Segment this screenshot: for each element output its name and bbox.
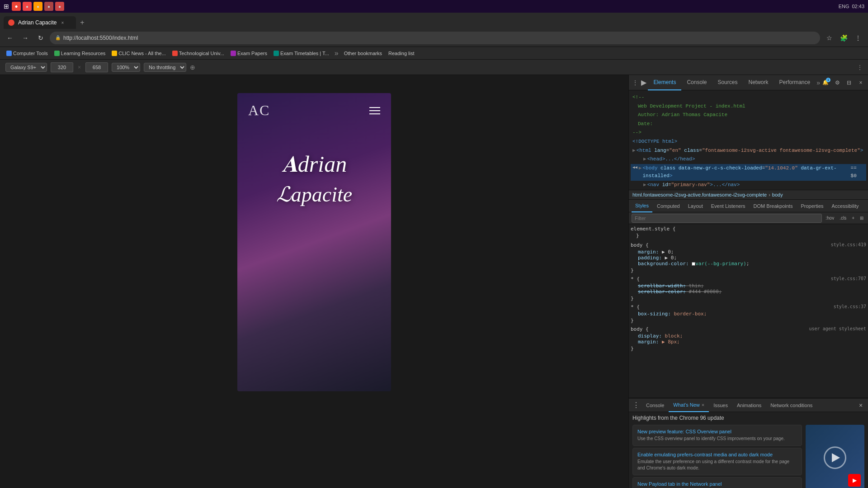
- bookmark-item[interactable]: Learning Resources: [52, 50, 108, 57]
- filter-input[interactable]: [632, 214, 822, 223]
- whats-new-close-button[interactable]: ×: [702, 402, 704, 408]
- other-bookmarks-label: Other bookmarks: [344, 51, 382, 56]
- tab-performance[interactable]: Performance: [774, 75, 816, 90]
- height-input[interactable]: 658: [85, 62, 108, 72]
- taskbar-pinned-icons: ● ● ● ● ●: [12, 2, 64, 11]
- bookmark-item[interactable]: Exam Papers: [228, 50, 270, 57]
- hero-first-name: 𝐀drian: [282, 150, 347, 178]
- html-html-tag: ▶ <html lang="en" class="fontawesome-i2s…: [631, 146, 866, 155]
- breadcrumb-body[interactable]: body: [772, 192, 783, 197]
- html-comment-author: Author: Adrian Thomas Capacite: [631, 111, 866, 120]
- active-tab[interactable]: Adrian Capacite ×: [4, 16, 76, 29]
- url-text[interactable]: http://localhost:5500/index.html: [63, 35, 138, 41]
- lock-icon: 🔒: [55, 35, 61, 40]
- taskbar-icon-chrome[interactable]: ●: [12, 2, 21, 11]
- bookmark-item[interactable]: Technological Univ...: [170, 50, 227, 57]
- taskbar-icon-4[interactable]: ●: [55, 2, 64, 11]
- devtools-tabs: ⋮ ▶ Elements Console Sources Network Per…: [629, 75, 868, 90]
- cls-filter-btn[interactable]: .cls: [838, 215, 848, 221]
- new-tab-button[interactable]: +: [76, 16, 89, 29]
- styles-tab-properties[interactable]: Properties: [797, 200, 827, 212]
- update-card-payload-tab[interactable]: New Payload tab in the Network panel A n…: [632, 477, 802, 488]
- tab-network[interactable]: Network: [743, 75, 774, 90]
- bottom-tab-issues-label: Issues: [713, 403, 728, 408]
- menu-icon[interactable]: ⋮: [852, 32, 864, 44]
- devtools-close-icon[interactable]: ×: [855, 77, 866, 88]
- html-view[interactable]: <!-- Web Development Project - index.htm…: [629, 90, 868, 190]
- phone-preview: AC 𝐀drian ℒapacite: [237, 93, 391, 391]
- styles-tab-styles[interactable]: Styles: [632, 200, 652, 212]
- styles-tab-accessibility[interactable]: Accessibility: [828, 200, 863, 212]
- hamburger-line-2: [369, 110, 380, 111]
- bookmark-star-icon[interactable]: ☆: [823, 32, 835, 44]
- html-comment-close: -->: [631, 128, 866, 137]
- devtools-dock-icon[interactable]: ⊟: [844, 77, 854, 88]
- taskbar-icon-3[interactable]: ●: [44, 2, 53, 11]
- bottom-tab-whats-new[interactable]: What's New ×: [669, 399, 709, 412]
- device-toolbar-more-icon[interactable]: ⊕: [190, 64, 195, 71]
- bottom-tab-issues[interactable]: Issues: [709, 399, 732, 412]
- taskbar-icon-1[interactable]: ●: [23, 2, 32, 11]
- tab-bar: Adrian Capacite × +: [0, 13, 868, 29]
- bottom-panel-close-button[interactable]: ×: [855, 400, 866, 411]
- hover-filter-btn[interactable]: :hov: [824, 215, 836, 221]
- devtools-menu-icon[interactable]: ⋮: [631, 77, 639, 88]
- reload-button[interactable]: ↻: [34, 32, 47, 44]
- styles-tab-computed[interactable]: Computed: [653, 200, 684, 212]
- notification-badge[interactable]: 🔔 1: [820, 77, 831, 88]
- bottom-tab-network-conditions[interactable]: Network conditions: [766, 399, 817, 412]
- bookmark-item[interactable]: CLIC News - All the...: [109, 50, 169, 57]
- bookmark-item[interactable]: Exam Timetables | T...: [271, 50, 332, 57]
- bottom-tab-animations[interactable]: Animations: [732, 399, 766, 412]
- breadcrumb-html[interactable]: html.fontawesome-i2svg-active.fontawesom…: [632, 192, 767, 197]
- update-card-dark-mode[interactable]: Enable emulating prefers-contrast media …: [632, 448, 802, 475]
- reading-list[interactable]: Reading list: [386, 50, 417, 57]
- url-bar[interactable]: 🔒 http://localhost:5500/index.html: [50, 32, 820, 44]
- tab-console-label: Console: [687, 79, 707, 85]
- styles-tab-layout[interactable]: Layout: [684, 200, 707, 212]
- throttle-selector[interactable]: No throttling: [144, 63, 186, 72]
- taskbar-lang: ENG: [839, 4, 849, 9]
- settings-icon[interactable]: ⚙: [832, 77, 843, 88]
- hamburger-menu[interactable]: [369, 107, 380, 114]
- bottom-content: Highlights from the Chrome 96 update New…: [629, 412, 868, 488]
- video-thumbnail[interactable]: ▶: [806, 425, 864, 488]
- youtube-play-button[interactable]: ▶: [848, 474, 861, 487]
- devtools-tabs-overflow[interactable]: »: [816, 79, 820, 86]
- css-source-user-agent: user agent stylesheet: [809, 326, 866, 332]
- browser-window: Adrian Capacite × + ← → ↻ 🔒 http://local…: [0, 13, 868, 488]
- add-style-btn[interactable]: +: [850, 215, 856, 221]
- bookmarks-overflow-icon[interactable]: »: [335, 49, 339, 57]
- device-selector[interactable]: Galaxy S9+: [5, 63, 47, 72]
- bottom-tab-console[interactable]: Console: [642, 399, 669, 412]
- taskbar-system-tray: ENG 02:43: [839, 4, 864, 9]
- forward-button[interactable]: →: [19, 32, 32, 44]
- extensions-icon[interactable]: 🧩: [837, 32, 850, 44]
- bookmark-label: CLIC News - All the...: [118, 51, 166, 56]
- tab-console[interactable]: Console: [681, 75, 712, 90]
- device-toolbar-overflow-icon[interactable]: ⋮: [857, 64, 863, 70]
- update-card-css-overview[interactable]: New preview feature: CSS Overview panel …: [632, 425, 802, 446]
- html-body-tag[interactable]: ◀◀ ▶ <body class data-new-gr-c-s-check-l…: [631, 164, 866, 181]
- tab-close-button[interactable]: ×: [60, 19, 65, 26]
- styles-tabs: Styles Computed Layout Event Listeners D…: [629, 200, 868, 212]
- other-bookmarks[interactable]: Other bookmarks: [341, 50, 385, 57]
- css-rule-star-37: * { style.css:37 box-sizing: border-box;…: [631, 304, 866, 324]
- bottom-panel-more-icon[interactable]: ⋮: [631, 400, 642, 411]
- updates-container: New preview feature: CSS Overview panel …: [632, 425, 864, 488]
- bookmark-icon: [231, 51, 236, 56]
- taskbar-icon-2[interactable]: ●: [33, 2, 42, 11]
- tab-elements[interactable]: Elements: [648, 75, 681, 90]
- taskbar: ⊞ ● ● ● ● ● ENG 02:43: [0, 0, 868, 13]
- expand-btn[interactable]: ⊞: [858, 215, 865, 221]
- start-button[interactable]: ⊞: [4, 3, 9, 10]
- back-button[interactable]: ←: [4, 32, 16, 44]
- bookmark-item[interactable]: Computer Tools: [4, 50, 51, 57]
- width-input[interactable]: 320: [51, 62, 73, 72]
- inspect-icon[interactable]: ▶: [639, 77, 648, 88]
- styles-tab-dom-breakpoints[interactable]: DOM Breakpoints: [750, 200, 797, 212]
- tab-performance-label: Performance: [779, 79, 810, 85]
- styles-tab-event-listeners[interactable]: Event Listeners: [708, 200, 749, 212]
- tab-sources[interactable]: Sources: [712, 75, 743, 90]
- zoom-selector[interactable]: 100%: [112, 63, 140, 72]
